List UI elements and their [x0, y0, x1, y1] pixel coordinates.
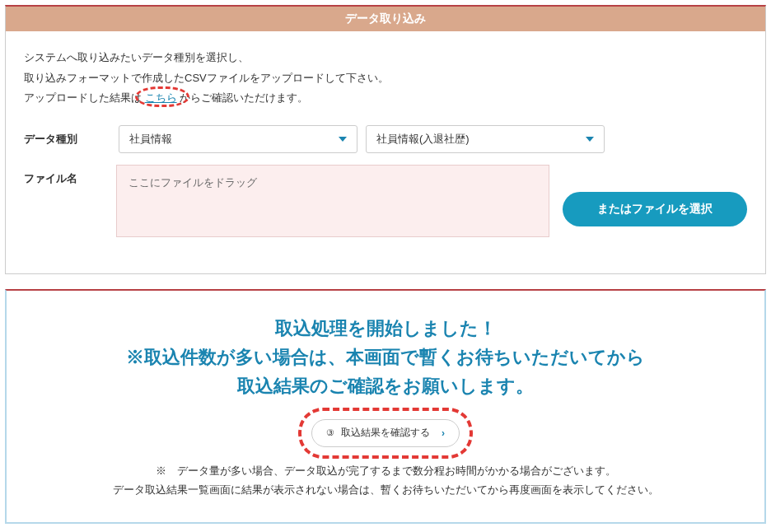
- confirm-result-button[interactable]: ③ 取込結果を確認する ›: [311, 419, 460, 447]
- filename-label: ファイル名: [24, 165, 116, 186]
- instruction-line-1: システムへ取り込みたいデータ種別を選択し、: [24, 48, 747, 68]
- instruction-line-3: アップロードした結果は こちら からご確認いただけます。: [24, 88, 747, 109]
- caret-down-icon: [586, 137, 594, 142]
- data-type-select-2[interactable]: 社員情報(入退社歴): [366, 125, 605, 153]
- data-type-row: データ種別 社員情報 社員情報(入退社歴): [24, 125, 747, 153]
- panel-title: データ取り込み: [6, 7, 765, 31]
- file-select-button[interactable]: またはファイルを選択: [563, 192, 747, 226]
- status-note: ※ データ量が多い場合、データ取込が完了するまで数分程お時間がかかる場合がござい…: [23, 462, 748, 502]
- caret-down-icon: [339, 137, 347, 142]
- data-type-select-1[interactable]: 社員情報: [119, 125, 357, 153]
- chevron-right-icon: ›: [442, 427, 445, 439]
- data-type-label: データ種別: [24, 125, 119, 147]
- file-dropzone[interactable]: ここにファイルをドラッグ: [116, 165, 549, 237]
- instruction-line-2: 取り込みフォーマットで作成したCSVファイルをアップロードして下さい。: [24, 68, 747, 89]
- result-link[interactable]: こちら: [145, 88, 177, 109]
- status-heading: 取込処理を開始しました！ ※取込件数が多い場合は、本画面で暫くお待ちいただいてか…: [23, 314, 748, 401]
- status-panel: 取込処理を開始しました！ ※取込件数が多い場合は、本画面で暫くお待ちいただいてか…: [5, 289, 766, 524]
- instructions-block: システムへ取り込みたいデータ種別を選択し、 取り込みフォーマットで作成したCSV…: [24, 48, 747, 109]
- filename-row: ファイル名 ここにファイルをドラッグ またはファイルを選択: [24, 165, 747, 237]
- import-panel: データ取り込み システムへ取り込みたいデータ種別を選択し、 取り込みフォーマット…: [5, 5, 766, 274]
